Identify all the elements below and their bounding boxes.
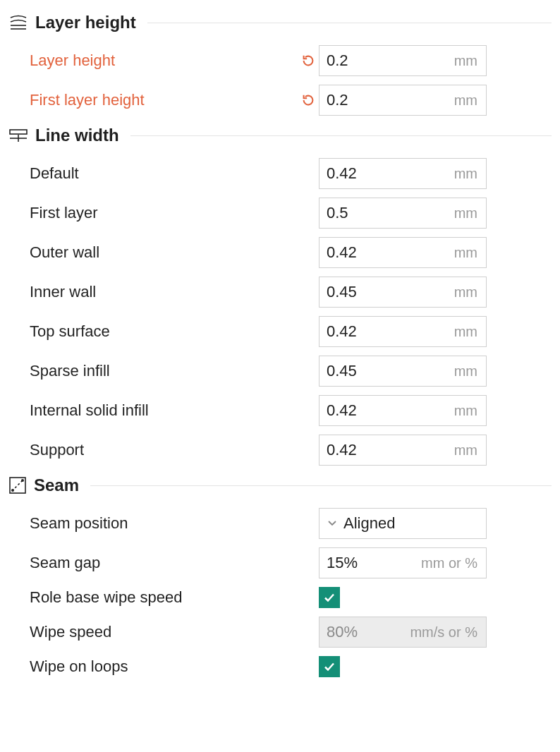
- label-first-layer: First layer: [30, 204, 298, 222]
- input-top-surface-value[interactable]: [319, 322, 454, 341]
- label-layer-height: Layer height: [30, 51, 298, 70]
- unit: mm: [454, 53, 486, 69]
- svg-point-8: [21, 479, 24, 482]
- reset-layer-height[interactable]: [298, 53, 319, 68]
- input-layer-height[interactable]: mm: [319, 45, 487, 76]
- input-support[interactable]: mm: [319, 435, 487, 466]
- input-default-value[interactable]: [319, 164, 454, 183]
- checkbox-role-base-wipe-speed[interactable]: [319, 587, 340, 608]
- input-default[interactable]: mm: [319, 158, 487, 189]
- input-support-value[interactable]: [319, 441, 454, 459]
- row-first-layer-height: First layer height mm: [8, 80, 552, 120]
- label-role-base-wipe-speed: Role base wipe speed: [30, 588, 298, 607]
- input-outer-wall-value[interactable]: [319, 243, 454, 262]
- divider: [90, 485, 552, 486]
- input-sparse-infill-value[interactable]: [319, 362, 454, 380]
- row-sparse-infill: Sparse infill mm: [8, 351, 552, 391]
- select-seam-position[interactable]: Aligned: [319, 508, 487, 539]
- label-wipe-speed: Wipe speed: [30, 623, 298, 641]
- row-seam-gap: Seam gap mm or %: [8, 543, 552, 583]
- row-top-surface: Top surface mm: [8, 312, 552, 351]
- unit: mm/s or %: [410, 624, 486, 641]
- row-inner-wall: Inner wall mm: [8, 272, 552, 312]
- input-seam-gap[interactable]: mm or %: [319, 547, 487, 578]
- row-first-layer: First layer mm: [8, 193, 552, 233]
- chevron-down-icon: [327, 514, 338, 533]
- divider: [147, 23, 552, 23]
- input-inner-wall-value[interactable]: [319, 283, 454, 301]
- input-solid-infill-value[interactable]: [319, 401, 454, 420]
- row-support: Support mm: [8, 430, 552, 470]
- unit: mm: [454, 442, 486, 459]
- label-inner-wall: Inner wall: [30, 283, 298, 301]
- input-first-layer[interactable]: mm: [319, 198, 487, 229]
- svg-point-7: [11, 489, 14, 492]
- layer-height-icon: [8, 14, 28, 31]
- checkbox-wipe-on-loops[interactable]: [319, 656, 340, 677]
- unit: mm: [454, 166, 486, 182]
- label-solid-infill: Internal solid infill: [30, 401, 298, 420]
- unit: mm: [454, 324, 486, 340]
- row-seam-position: Seam position Aligned: [8, 504, 552, 543]
- label-seam-position: Seam position: [30, 514, 298, 533]
- label-outer-wall: Outer wall: [30, 243, 298, 262]
- section-title: Seam: [34, 475, 79, 495]
- unit: mm: [454, 284, 486, 301]
- divider: [130, 135, 552, 136]
- unit: mm: [454, 205, 486, 222]
- label-wipe-on-loops: Wipe on loops: [30, 657, 298, 676]
- input-first-layer-value[interactable]: [319, 204, 454, 222]
- input-sparse-infill[interactable]: mm: [319, 356, 487, 387]
- input-outer-wall[interactable]: mm: [319, 237, 487, 268]
- unit: mm: [454, 245, 486, 261]
- input-wipe-speed-value: [319, 623, 410, 641]
- label-seam-gap: Seam gap: [30, 554, 298, 572]
- unit: mm: [454, 403, 486, 419]
- label-top-surface: Top surface: [30, 322, 298, 341]
- input-first-layer-height-value[interactable]: [319, 91, 454, 109]
- row-layer-height: Layer height mm: [8, 41, 552, 80]
- input-solid-infill[interactable]: mm: [319, 395, 487, 426]
- input-seam-gap-value[interactable]: [319, 554, 421, 572]
- unit: mm or %: [421, 555, 486, 571]
- label-sparse-infill: Sparse infill: [30, 362, 298, 380]
- row-default: Default mm: [8, 154, 552, 193]
- section-title: Line width: [35, 126, 119, 145]
- seam-icon: [8, 476, 27, 495]
- section-header-line-width: Line width: [8, 126, 552, 145]
- select-seam-position-value: Aligned: [343, 514, 395, 533]
- label-first-layer-height: First layer height: [30, 91, 298, 109]
- input-top-surface[interactable]: mm: [319, 316, 487, 347]
- svg-rect-2: [10, 130, 27, 134]
- section-header-layer-height: Layer height: [8, 13, 552, 32]
- input-inner-wall[interactable]: mm: [319, 277, 487, 308]
- label-support: Support: [30, 441, 298, 459]
- row-solid-infill: Internal solid infill mm: [8, 391, 552, 430]
- unit: mm: [454, 92, 486, 109]
- row-wipe-on-loops: Wipe on loops: [8, 652, 552, 681]
- reset-first-layer-height[interactable]: [298, 92, 319, 108]
- line-width-icon: [8, 128, 28, 143]
- row-outer-wall: Outer wall mm: [8, 233, 552, 272]
- input-first-layer-height[interactable]: mm: [319, 85, 487, 116]
- section-title: Layer height: [35, 13, 136, 32]
- input-layer-height-value[interactable]: [319, 51, 454, 70]
- row-wipe-speed: Wipe speed mm/s or %: [8, 612, 552, 652]
- input-wipe-speed: mm/s or %: [319, 617, 487, 648]
- label-default: Default: [30, 164, 298, 183]
- unit: mm: [454, 363, 486, 380]
- row-role-base-wipe-speed: Role base wipe speed: [8, 583, 552, 612]
- section-header-seam: Seam: [8, 475, 552, 495]
